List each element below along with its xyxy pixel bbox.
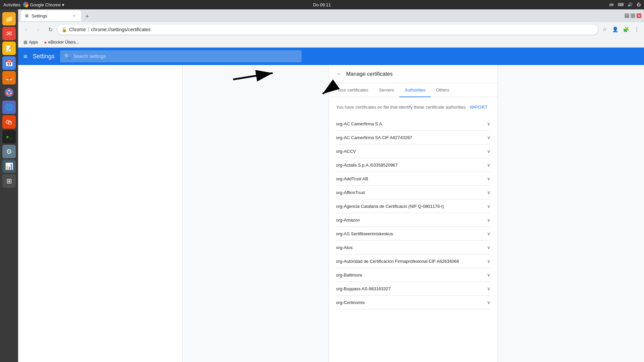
bookmark-star-button[interactable]: ☆ (600, 25, 609, 34)
cert-description-text: You have certificates on file that ident… (336, 105, 467, 110)
bookmark-apps[interactable]: ⊞ Apps (21, 38, 41, 46)
search-settings-input[interactable] (73, 54, 298, 59)
cert-name-7: org-Amazon (336, 218, 360, 223)
cert-item-1[interactable]: org-AC Camerfirma SA CIF A82743287 ∨ (336, 131, 490, 144)
address-separator: | (88, 27, 89, 32)
window-controls: — □ ✕ (625, 13, 641, 18)
cert-item-7[interactable]: org-Amazon ∨ (336, 213, 490, 227)
keyboard-layout-indicator[interactable]: de (609, 2, 614, 7)
settings-title: Settings (33, 53, 55, 60)
settings-hamburger-icon[interactable]: ≡ (23, 53, 28, 60)
cert-item-2[interactable]: org-ACCV ∨ (336, 144, 490, 158)
cert-name-0: org-AC Camerfirma S.A. (336, 121, 383, 126)
settings-blue-header: ≡ Settings 🔍 (18, 48, 644, 65)
apps-bookmark-label: Apps (29, 40, 38, 45)
browser-menu-button[interactable]: ⋮ (632, 25, 641, 34)
certificate-tabs: Your certificates Servers Authorities Ot… (329, 83, 497, 97)
settings-search-bar[interactable]: 🔍 (60, 50, 302, 62)
system-settings-icon[interactable]: ⚙ (2, 145, 16, 158)
all-apps-icon[interactable]: ⊞ (2, 174, 16, 188)
tab-favicon: ⚙ (25, 13, 29, 18)
tab-your-certificates[interactable]: Your certificates (332, 83, 374, 97)
cert-item-0[interactable]: org-AC Camerfirma S.A. ∨ (336, 117, 490, 131)
tab-others[interactable]: Others (431, 83, 454, 97)
cert-chevron-13: ∨ (487, 300, 490, 305)
cert-item-5[interactable]: org-AffirmTrust ∨ (336, 186, 490, 199)
cert-item-10[interactable]: org-Autoridad de Certificacion Firmaprof… (336, 254, 490, 268)
address-path: chrome://settings/certificates (91, 27, 150, 32)
new-tab-button[interactable]: + (83, 12, 92, 21)
cert-item-11[interactable]: org-Baltimore ∨ (336, 268, 490, 282)
navigation-bar: ‹ › ↻ 🔒 Chrome | chrome://settings/certi… (18, 22, 644, 37)
cert-item-6[interactable]: org-Agencia Catalana de Certificacio (NI… (336, 199, 490, 213)
mail-icon[interactable]: ✉ (2, 27, 16, 40)
cert-chevron-10: ∨ (487, 258, 490, 264)
tab-close-button[interactable]: × (71, 13, 77, 19)
cert-chevron-8: ∨ (487, 231, 490, 236)
import-button[interactable]: IMPORT (467, 103, 490, 112)
os-app-name: Google Chrome (30, 2, 61, 7)
settings-main-content: ← Manage certificates Your certificates … (182, 65, 644, 362)
back-button[interactable]: ‹ (21, 24, 32, 35)
cert-item-4[interactable]: org-AddTrust AB ∨ (336, 172, 490, 186)
chrome-favicon-small (23, 2, 29, 7)
audio-icon[interactable]: 🔊 (628, 2, 633, 7)
cert-item-8[interactable]: org-AS Sertifitseerimiskeskus ∨ (336, 227, 490, 241)
cert-description-row: You have certificates on file that ident… (336, 103, 490, 112)
calendar-icon[interactable]: 📅 (2, 56, 16, 70)
cert-name-9: org-Atos (336, 245, 353, 250)
cert-chevron-0: ∨ (487, 121, 490, 126)
settings-sidebar (18, 65, 182, 362)
cert-chevron-11: ∨ (487, 272, 490, 278)
cert-chevron-4: ∨ (487, 176, 490, 181)
search-settings-icon: 🔍 (64, 53, 71, 60)
settings-page: ≡ Settings 🔍 ← Manage certificates (18, 48, 644, 362)
forward-button[interactable]: › (33, 24, 44, 35)
activities-label[interactable]: Activities (3, 2, 20, 7)
title-bar: ⚙ Settings × + — □ ✕ (18, 9, 644, 22)
notes-icon[interactable]: 📝 (2, 42, 16, 55)
power-icon[interactable]: ⏻ (637, 2, 641, 7)
cert-item-13[interactable]: org-Certinomis ∨ (336, 296, 490, 309)
cert-name-11: org-Baltimore (336, 273, 362, 278)
chrome-icon[interactable] (2, 86, 16, 99)
panel-title: Manage certificates (346, 71, 393, 77)
keyboard-icon: ⌨ (618, 2, 624, 7)
apps-grid-icon: ⊞ (23, 40, 28, 45)
certificate-list: org-AC Camerfirma S.A. ∨ org-AC Camerfir… (336, 117, 490, 309)
reload-button[interactable]: ↻ (45, 24, 56, 35)
eblocker-bookmark-label: eBlocker Übers... (48, 40, 79, 45)
terminal-icon[interactable]: ▶_ (2, 130, 16, 143)
maximize-button[interactable]: □ (631, 13, 635, 18)
bookmark-eblocker[interactable]: ● eBlocker Übers... (41, 38, 82, 46)
cert-chevron-1: ∨ (487, 135, 490, 140)
files-icon[interactable]: 📁 (2, 12, 16, 25)
extensions-button[interactable]: 🧩 (621, 25, 631, 34)
manage-certificates-panel: ← Manage certificates Your certificates … (329, 65, 497, 362)
address-bar[interactable]: 🔒 Chrome | chrome://settings/certificate… (57, 24, 598, 35)
software-store-icon[interactable]: 🛍 (2, 115, 16, 129)
bookmarks-bar: ⊞ Apps ● eBlocker Übers... (18, 37, 644, 48)
panel-back-button[interactable]: ← (336, 70, 342, 77)
stats-icon[interactable]: 📊 (2, 160, 16, 173)
minimize-button[interactable]: — (625, 13, 629, 18)
cert-chevron-3: ∨ (487, 162, 490, 168)
firefox-icon[interactable]: 🦊 (2, 71, 16, 84)
address-site: Chrome (69, 27, 86, 32)
settings-content-area: ← Manage certificates Your certificates … (18, 65, 644, 362)
close-button[interactable]: ✕ (637, 13, 641, 18)
cert-chevron-5: ∨ (487, 190, 490, 195)
tab-authorities[interactable]: Authorities (399, 83, 431, 97)
cert-item-12[interactable]: org-Buypass AS-983163327 ∨ (336, 282, 490, 296)
cert-item-3[interactable]: org-Actalis S.p.A./03358520967 ∨ (336, 158, 490, 172)
profile-button[interactable]: 👤 (610, 25, 620, 34)
cert-name-1: org-AC Camerfirma SA CIF A82743287 (336, 135, 412, 140)
cert-item-9[interactable]: org-Atos ∨ (336, 241, 490, 254)
secure-icon: 🔒 (61, 27, 67, 32)
settings-tab[interactable]: ⚙ Settings × (21, 10, 81, 21)
svg-point-2 (7, 91, 11, 94)
certificate-content: You have certificates on file that ident… (329, 97, 497, 315)
tab-servers[interactable]: Servers (374, 83, 399, 97)
tab-title: Settings (32, 13, 47, 18)
vpn-icon[interactable]: 🌐 (2, 101, 16, 114)
